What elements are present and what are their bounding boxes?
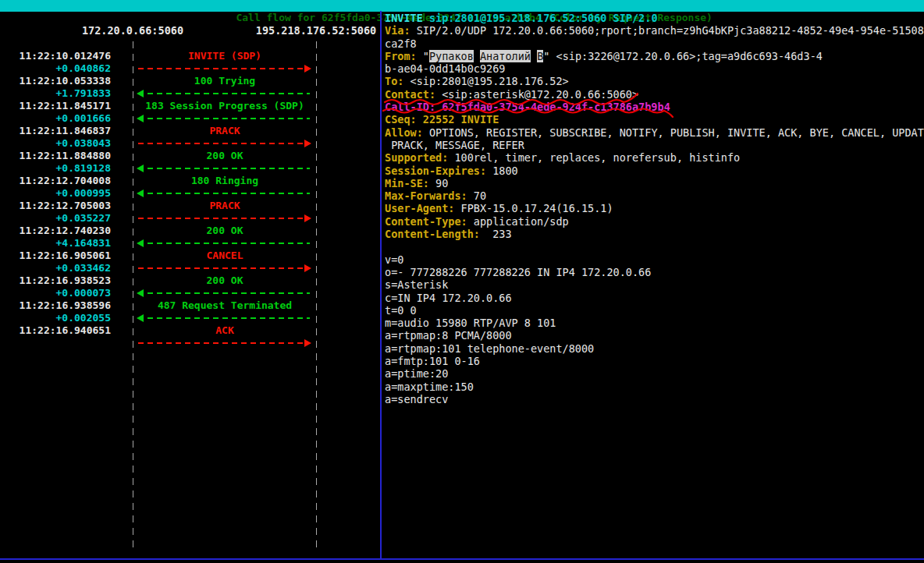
message-arrow-left xyxy=(138,243,310,245)
flow-message[interactable]: 11:22:16.938523200 OK+0.000073 xyxy=(0,274,380,299)
sdp-line-ptime: a=ptime:20 xyxy=(385,367,924,380)
message-delta: +0.002055 xyxy=(0,312,111,324)
message-arrow-right xyxy=(138,342,310,345)
message-arrow-left xyxy=(138,168,310,170)
sip-header-contact: Contact: <sip:asterisk@172.20.0.66:5060> xyxy=(385,88,924,101)
sip-header-session-expires: Session-Expires: 1800 xyxy=(385,165,924,177)
sdp-line-v: v=0 xyxy=(385,253,924,266)
message-delta: +0.033462 xyxy=(0,262,111,274)
sip-wrap-via: ca2f8 xyxy=(385,37,924,50)
sip-header-allow: Allow: OPTIONS, REGISTER, SUBSCRIBE, NOT… xyxy=(385,126,924,139)
message-delta: +0.040862 xyxy=(0,62,111,75)
sdp-line-sendrecv: a=sendrecv xyxy=(385,393,924,405)
message-label: 200 OK xyxy=(133,225,316,237)
sip-header-user-agent: User-Agent: FPBX-15.0.17.24(16.15.1) xyxy=(385,202,924,214)
flow-message[interactable]: 11:22:10.053338100 Trying+1.791833 xyxy=(0,75,380,100)
message-label: INVITE (SDP) xyxy=(133,50,316,62)
message-arrow-left xyxy=(138,317,310,320)
message-timestamp: 11:22:16.905061 xyxy=(0,250,111,262)
message-delta: +0.000995 xyxy=(0,187,111,200)
message-timestamp: 11:22:10.053338 xyxy=(0,75,111,87)
sip-header-via: Via: SIP/2.0/UDP 172.20.0.66:5060;rport;… xyxy=(385,24,924,37)
message-label: PRACK xyxy=(133,200,316,212)
blank-line xyxy=(385,240,924,253)
sdp-line-rtpmap-101: a=rtpmap:101 telephone-event/8000 xyxy=(385,342,924,355)
message-label: 180 Ringing xyxy=(133,175,316,187)
flow-message[interactable]: 11:22:16.905061CANCEL+0.033462 xyxy=(0,250,380,274)
message-arrow-left xyxy=(138,118,310,120)
message-timestamp: 11:22:12.704008 xyxy=(0,175,111,187)
column-header-source: 172.20.0.66:5060 xyxy=(39,24,226,37)
message-delta: +0.001666 xyxy=(0,112,111,125)
sdp-line-rtpmap-8: a=rtpmap:8 PCMA/8000 xyxy=(385,329,924,342)
message-arrow-right xyxy=(138,218,310,220)
message-arrow-right xyxy=(138,143,310,145)
sip-wrap-from: b-ae04-0dd14b0c9269 xyxy=(385,62,924,75)
flow-message[interactable]: 11:22:11.845171183 Session Progress (SDP… xyxy=(0,100,380,125)
sip-wrap-allow: PRACK, MESSAGE, REFER xyxy=(385,139,924,151)
sdp-line-c: c=IN IP4 172.20.0.66 xyxy=(385,292,924,304)
sngrep-call-flow-window: Call flow for 62f5fda0-3754-4ede-924f-c1… xyxy=(0,0,924,563)
flow-messages: 11:22:10.012476INVITE (SDP)+0.04086211:2… xyxy=(0,50,380,349)
sip-header-content-type: Content-Type: application/sdp xyxy=(385,215,924,228)
title-bar: Call flow for 62f5fda0-3754-4ede-924f-c1… xyxy=(0,0,924,12)
flow-message[interactable]: 11:22:12.704008180 Ringing+0.000995 xyxy=(0,175,380,200)
sip-header-callid: Call-ID: 62f5fda0-3754-4ede-924f-c13786a… xyxy=(385,101,924,113)
sdp-line-s: s=Asterisk xyxy=(385,278,924,291)
message-delta: +0.035227 xyxy=(0,212,111,225)
message-label: CANCEL xyxy=(133,250,316,262)
message-timestamp: 11:22:11.846837 xyxy=(0,125,111,137)
sip-message-detail-panel: INVITE sip:2801@195.218.176.52:5060 SIP/… xyxy=(380,11,924,558)
message-timestamp: 11:22:10.012476 xyxy=(0,50,111,62)
message-arrow-right xyxy=(138,68,310,70)
sdp-line-t: t=0 0 xyxy=(385,304,924,317)
message-timestamp: 11:22:16.938523 xyxy=(0,274,111,287)
sdp-line-maxptime: a=maxptime:150 xyxy=(385,381,924,393)
sdp-line-m: m=audio 15980 RTP/AVP 8 101 xyxy=(385,317,924,329)
message-timestamp: 11:22:11.845171 xyxy=(0,100,111,112)
sdp-line-o: o=- 777288226 777288226 IN IP4 172.20.0.… xyxy=(385,266,924,278)
bottom-border xyxy=(0,558,924,560)
message-delta: +0.819128 xyxy=(0,162,111,175)
message-arrow-right xyxy=(138,267,310,270)
sip-header-min-se: Min-SE: 90 xyxy=(385,177,924,189)
flow-message[interactable]: 11:22:16.938596487 Request Terminated+0.… xyxy=(0,299,380,324)
sip-header-max-forwards: Max-Forwards: 70 xyxy=(385,189,924,202)
flow-message[interactable]: 11:22:10.012476INVITE (SDP)+0.040862 xyxy=(0,50,380,75)
message-timestamp: 11:22:12.740230 xyxy=(0,225,111,237)
message-label: PRACK xyxy=(133,125,316,137)
sip-header-to: To: <sip:2801@195.218.176.52> xyxy=(385,75,924,87)
sip-header-from: From: "Рупаков Анатолий В" <sip:3226@172… xyxy=(385,50,924,62)
flow-message[interactable]: 11:22:12.740230200 OK+4.164831 xyxy=(0,225,380,250)
sip-header-content-length: Content-Length: 233 xyxy=(385,228,924,240)
sdp-line-fmtp: a=fmtp:101 0-16 xyxy=(385,355,924,367)
message-arrow-left xyxy=(138,292,310,295)
flow-message[interactable]: 11:22:11.884880200 OK+0.819128 xyxy=(0,150,380,175)
message-label: 100 Trying xyxy=(133,75,316,87)
sip-detail-lines: INVITE sip:2801@195.218.176.52:5060 SIP/… xyxy=(385,12,924,405)
message-timestamp: 11:22:16.938596 xyxy=(0,299,111,312)
flow-message[interactable]: 11:22:11.846837PRACK+0.038043 xyxy=(0,125,380,150)
message-arrow-left xyxy=(138,193,310,195)
flow-message[interactable]: 11:22:16.940651ACK xyxy=(0,324,380,349)
message-timestamp: 11:22:11.884880 xyxy=(0,150,111,162)
message-timestamp: 11:22:16.940651 xyxy=(0,324,111,337)
sip-header-supported: Supported: 100rel, timer, replaces, nore… xyxy=(385,151,924,164)
message-label: 200 OK xyxy=(133,150,316,162)
message-delta: +0.000073 xyxy=(0,287,111,299)
flow-message[interactable]: 11:22:12.705003PRACK+0.035227 xyxy=(0,200,380,225)
call-flow-panel: 172.20.0.66:5060 195.218.176.52:5060 11:… xyxy=(0,12,380,558)
message-delta: +1.791833 xyxy=(0,87,111,100)
message-delta: +4.164831 xyxy=(0,237,111,250)
message-arrow-left xyxy=(138,93,310,95)
sip-header-cseq: CSeq: 22552 INVITE xyxy=(385,113,924,126)
message-timestamp: 11:22:12.705003 xyxy=(0,200,111,212)
message-label: 183 Session Progress (SDP) xyxy=(133,100,316,112)
message-label: 487 Request Terminated xyxy=(133,299,316,312)
message-delta: +0.038043 xyxy=(0,137,111,150)
sip-request-line: INVITE sip:2801@195.218.176.52:5060 SIP/… xyxy=(385,12,924,24)
message-label: ACK xyxy=(133,324,316,337)
message-label: 200 OK xyxy=(133,274,316,287)
